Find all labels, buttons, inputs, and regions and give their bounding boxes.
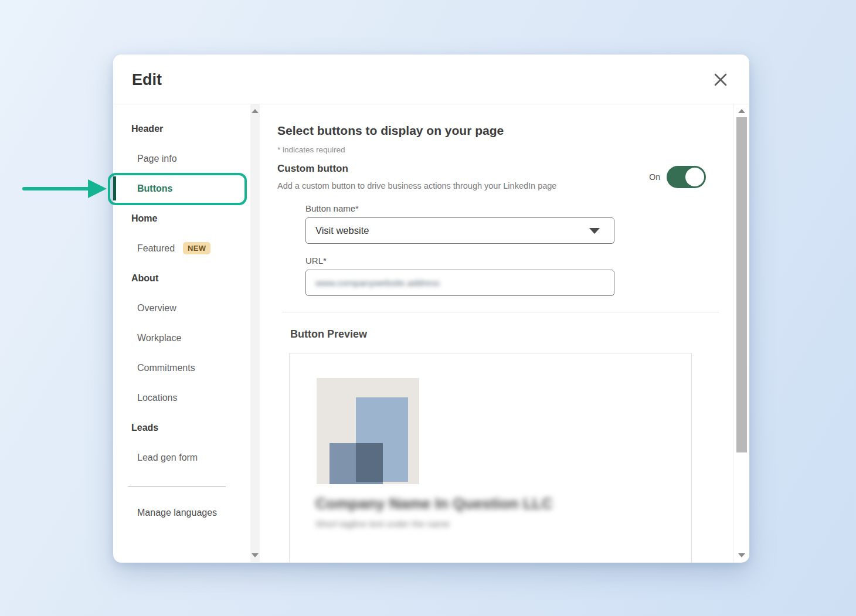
sidebar-item-locations[interactable]: Locations [113, 383, 250, 413]
sidebar-item-label: Header [131, 124, 163, 134]
sidebar-item-label: Commitments [137, 363, 195, 373]
sidebar-item-label: Buttons [137, 183, 172, 194]
url-input[interactable]: www.companywebsite.address [305, 270, 614, 296]
custom-button-form: Button name* Visit website URL* www.comp… [305, 203, 614, 296]
sidebar: Header Page info Buttons Home Featured N… [113, 104, 250, 562]
button-name-label: Button name* [305, 203, 614, 213]
required-note: * indicates required [277, 145, 719, 154]
content-divider [282, 312, 719, 312]
main-scrollbar[interactable] [733, 104, 749, 562]
sidebar-item-label: Locations [137, 393, 178, 403]
sidebar-item-page-info[interactable]: Page info [113, 144, 250, 173]
section-heading: Select buttons to display on your page [277, 124, 719, 138]
sidebar-item-label: Page info [137, 154, 177, 164]
company-logo [317, 378, 419, 484]
url-label: URL* [305, 256, 614, 266]
toggle-knob [685, 168, 704, 186]
button-name-select[interactable]: Visit website [305, 217, 614, 244]
scroll-down-icon[interactable] [738, 553, 745, 557]
sidebar-item-label: Workplace [137, 333, 181, 343]
sidebar-item-label: Lead gen form [137, 452, 198, 463]
manage-languages-link[interactable]: Manage languages [113, 501, 250, 525]
sidebar-divider [128, 486, 226, 487]
logo-bar-overlap [356, 443, 383, 482]
arrow-line [22, 187, 90, 190]
toggle-group: On [649, 166, 706, 188]
url-value-blurred: www.companywebsite.address [315, 278, 440, 288]
dialog-body: Header Page info Buttons Home Featured N… [113, 104, 749, 562]
sidebar-scrollbar[interactable] [250, 104, 260, 562]
company-name-blurred: Company Name In Question LLC [315, 495, 553, 513]
sidebar-item-overview[interactable]: Overview [113, 293, 250, 323]
preview-heading: Button Preview [290, 328, 719, 341]
chevron-down-icon [589, 228, 600, 234]
dialog-title: Edit [132, 71, 162, 89]
sidebar-item-leads[interactable]: Leads [113, 413, 250, 443]
custom-button-description: Add a custom button to drive business ac… [277, 181, 556, 190]
sidebar-item-home[interactable]: Home [113, 203, 250, 233]
sidebar-item-commitments[interactable]: Commitments [113, 353, 250, 383]
dialog-header: Edit [113, 55, 749, 104]
sidebar-item-label: Home [131, 213, 157, 224]
custom-button-toggle[interactable] [667, 166, 706, 188]
sidebar-item-workplace[interactable]: Workplace [113, 323, 250, 353]
new-badge: NEW [183, 242, 210, 254]
sidebar-item-buttons[interactable]: Buttons [113, 173, 250, 203]
toggle-state-label: On [649, 172, 660, 182]
button-preview-card: Company Name In Question LLC Short tagli… [289, 353, 692, 562]
company-tagline-blurred: Short tagline text under the name [315, 519, 450, 529]
custom-button-row: Custom button Add a custom button to dri… [277, 163, 719, 190]
arrow-head-icon [88, 179, 107, 198]
sidebar-item-label: Overview [137, 303, 176, 314]
main-panel: Select buttons to display on your page *… [260, 104, 733, 562]
sidebar-item-about[interactable]: About [113, 263, 250, 293]
scroll-up-icon[interactable] [738, 109, 745, 113]
custom-button-texts: Custom button Add a custom button to dri… [277, 163, 556, 190]
custom-button-label: Custom button [277, 163, 556, 175]
sidebar-item-label: Featured [137, 243, 175, 254]
sidebar-item-header[interactable]: Header [113, 114, 250, 144]
scroll-down-icon[interactable] [252, 553, 259, 557]
close-icon [713, 72, 728, 87]
scrollbar-thumb[interactable] [736, 117, 747, 452]
sidebar-item-label: Leads [131, 423, 158, 433]
edit-dialog: Edit Header Page info Buttons Home Featu… [113, 55, 749, 563]
sidebar-item-featured[interactable]: Featured NEW [113, 233, 250, 263]
sidebar-item-label: About [131, 273, 158, 284]
button-name-value: Visit website [315, 225, 369, 236]
scroll-up-icon[interactable] [252, 109, 259, 113]
close-button[interactable] [712, 71, 729, 89]
sidebar-item-lead-gen-form[interactable]: Lead gen form [113, 443, 250, 472]
page-background: Edit Header Page info Buttons Home Featu… [0, 0, 856, 616]
